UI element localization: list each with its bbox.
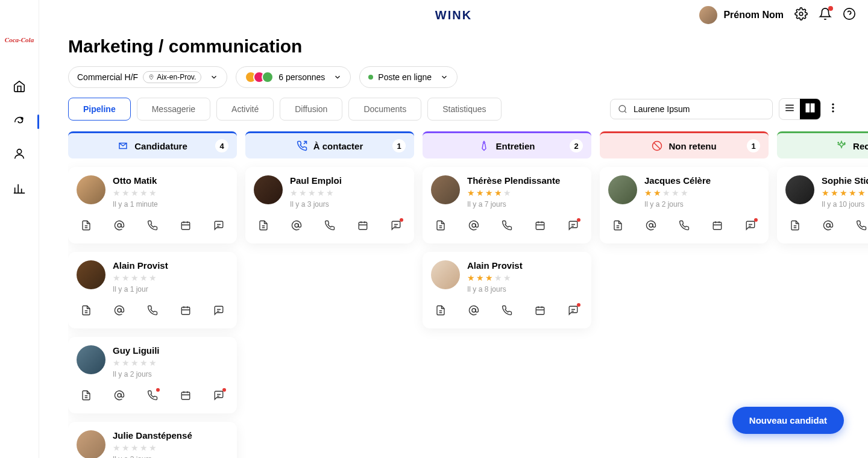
column-title: Non retenu	[668, 141, 716, 151]
action-cal[interactable]	[530, 301, 550, 320]
action-chat[interactable]	[209, 301, 228, 320]
candidate-card[interactable]: Alain Provist★★★★★Il y a 1 jour	[68, 252, 237, 328]
new-candidate-button[interactable]: Nouveau candidat	[732, 407, 844, 434]
action-phone[interactable]	[320, 216, 339, 235]
tab-messagerie[interactable]: Messagerie	[137, 98, 210, 121]
star-icon: ★	[131, 358, 139, 368]
action-cal[interactable]	[176, 386, 195, 405]
star-icon: ★	[467, 188, 475, 198]
action-doc[interactable]	[431, 216, 450, 235]
candidate-time: Il y a 2 jours	[113, 455, 192, 458]
user-menu[interactable]: Prénom Nom	[699, 6, 784, 24]
action-doc[interactable]	[608, 216, 627, 235]
action-phone[interactable]	[143, 386, 162, 405]
action-at[interactable]	[464, 216, 483, 235]
action-chat[interactable]	[564, 216, 583, 235]
action-cal[interactable]	[176, 216, 195, 235]
star-icon: ★	[662, 188, 670, 198]
action-chat[interactable]	[741, 216, 760, 235]
star-icon: ★	[131, 443, 139, 453]
action-phone[interactable]	[143, 301, 162, 320]
action-at[interactable]	[641, 216, 661, 235]
candidate-card[interactable]: Paul Emploi★★★★★Il y a 3 jours	[245, 167, 414, 243]
nav-stats[interactable]	[13, 182, 26, 198]
star-icon: ★	[822, 188, 829, 198]
svg-point-5	[619, 105, 626, 112]
candidate-avatar	[77, 260, 105, 289]
action-chat[interactable]	[386, 216, 406, 235]
job-filter[interactable]: Commercial H/F Aix-en-Prov.	[68, 66, 227, 88]
action-phone[interactable]	[143, 216, 162, 235]
action-chat[interactable]	[209, 216, 228, 235]
action-doc[interactable]	[254, 216, 273, 235]
action-cal[interactable]	[176, 301, 195, 320]
candidate-card[interactable]: Alain Provist★★★★★Il y a 8 jours	[423, 252, 591, 328]
action-cal[interactable]	[530, 216, 550, 235]
people-filter[interactable]: 6 personnes	[236, 66, 351, 88]
column-header: Entretien2	[423, 131, 591, 158]
tab-diffusion[interactable]: Diffusion	[280, 98, 342, 121]
nav-pipeline[interactable]	[0, 114, 39, 128]
action-phone[interactable]	[497, 216, 517, 235]
action-doc[interactable]	[77, 386, 96, 405]
svg-point-10	[832, 110, 834, 112]
location-chip: Aix-en-Prov.	[143, 71, 201, 83]
action-at[interactable]	[287, 216, 306, 235]
candidate-card[interactable]: Jacques Célère★★★★★Il y a 2 jours	[600, 167, 769, 243]
star-icon: ★	[485, 273, 493, 283]
candidate-card[interactable]: Guy Liguili★★★★★Il y a 2 jours	[68, 337, 237, 413]
search-box[interactable]	[610, 99, 773, 119]
search-input[interactable]	[634, 104, 765, 114]
company-logo: Coca-Cola	[5, 36, 34, 43]
action-at[interactable]	[464, 301, 483, 320]
settings-button[interactable]	[794, 7, 808, 23]
candidate-card[interactable]: Sophie Stiqué★★★★★Il y a 10 jours	[777, 167, 868, 243]
more-menu[interactable]	[827, 102, 839, 116]
action-chat[interactable]	[209, 386, 228, 405]
action-chat[interactable]	[564, 301, 583, 320]
notifications-button[interactable]	[819, 7, 832, 23]
svg-point-28	[838, 142, 839, 143]
candidate-card[interactable]: Thérèse Plendissante★★★★★Il y a 7 jours	[423, 167, 591, 243]
action-phone[interactable]	[852, 216, 868, 235]
phone-out-icon	[297, 140, 307, 151]
star-icon: ★	[858, 188, 866, 198]
alert-dot	[577, 303, 580, 307]
tab-pipeline[interactable]: Pipeline	[68, 98, 131, 121]
tie-icon	[479, 140, 489, 151]
action-at[interactable]	[110, 301, 129, 320]
action-doc[interactable]	[431, 301, 450, 320]
view-list[interactable]	[779, 99, 800, 119]
action-doc[interactable]	[785, 216, 805, 235]
action-phone[interactable]	[497, 301, 517, 320]
nav-people[interactable]	[13, 147, 26, 163]
filters-row: Commercial H/F Aix-en-Prov. 6 personnes …	[68, 66, 868, 88]
tab-activité[interactable]: Activité	[216, 98, 274, 121]
candidate-card[interactable]: Otto Matik★★★★★Il y a 1 minute	[68, 167, 237, 243]
alert-dot	[156, 388, 160, 392]
action-cal[interactable]	[353, 216, 373, 235]
status-filter[interactable]: Poste en ligne	[359, 66, 458, 88]
column-header: Candidature4	[68, 131, 237, 158]
action-at[interactable]	[110, 386, 129, 405]
chevron-down-icon	[210, 73, 218, 81]
tab-statistiques[interactable]: Statistiques	[427, 98, 501, 121]
candidate-card[interactable]: Julie Danstépensé★★★★★Il y a 2 jours	[68, 422, 237, 458]
star-icon: ★	[503, 273, 511, 283]
nav-home[interactable]	[13, 80, 26, 95]
star-icon: ★	[840, 188, 848, 198]
star-icon: ★	[849, 188, 857, 198]
action-at[interactable]	[819, 216, 838, 235]
svg-point-21	[472, 224, 476, 227]
action-doc[interactable]	[77, 216, 96, 235]
help-button[interactable]	[843, 7, 856, 23]
action-cal[interactable]	[708, 216, 727, 235]
svg-point-1	[17, 149, 21, 154]
action-at[interactable]	[110, 216, 129, 235]
candidate-time: Il y a 3 jours	[290, 200, 342, 209]
tab-documents[interactable]: Documents	[348, 98, 421, 121]
star-icon: ★	[644, 188, 652, 198]
view-board[interactable]	[800, 99, 820, 119]
action-doc[interactable]	[77, 301, 96, 320]
action-phone[interactable]	[675, 216, 694, 235]
